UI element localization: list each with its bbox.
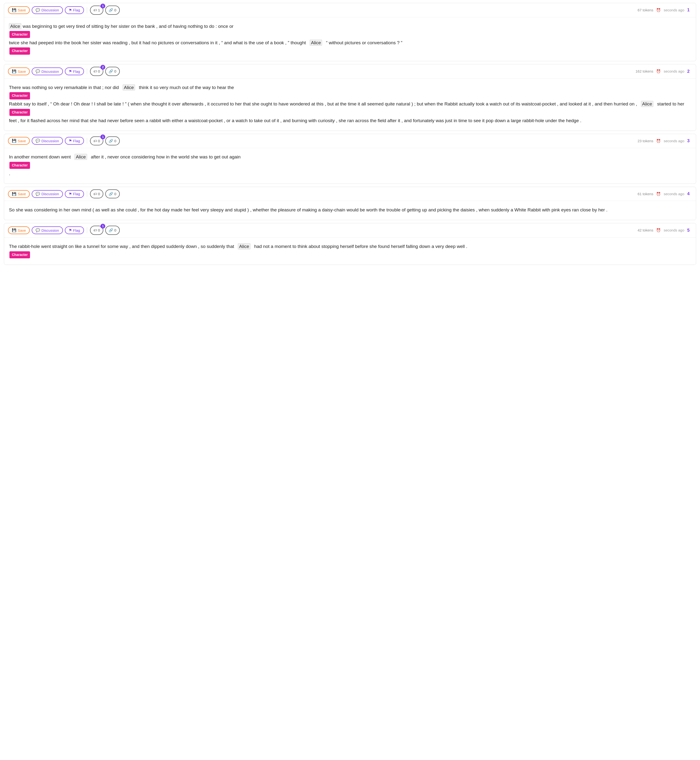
discussion-button-5[interactable]: 💬 Discussion bbox=[32, 226, 63, 234]
save-label-3: Save bbox=[18, 139, 26, 143]
segment-5: 💾 Save 💬 Discussion ⚑ Flag 🏷 0 1 🔗 0 42 … bbox=[4, 223, 696, 265]
share-button-5[interactable]: 🔗 0 bbox=[105, 226, 120, 235]
share-button-1[interactable]: 🔗 0 bbox=[105, 6, 120, 15]
content-3: In another moment down went Alice after … bbox=[4, 148, 696, 184]
save-button-3[interactable]: 💾 Save bbox=[8, 137, 30, 145]
clock-icon-5: ⏰ bbox=[656, 227, 661, 233]
share-button-2[interactable]: 🔗 0 bbox=[105, 67, 120, 76]
label-button-1[interactable]: 🏷 1 1 bbox=[90, 6, 103, 15]
label-icon-3: 🏷 bbox=[94, 138, 97, 144]
save-icon-2: 💾 bbox=[12, 69, 16, 73]
flag-label-1: Flag bbox=[73, 8, 80, 12]
divider-4 bbox=[87, 191, 87, 197]
segment-4: 💾 Save 💬 Discussion ⚑ Flag 🏷 0 🔗 0 61 to… bbox=[4, 187, 696, 220]
discussion-icon-4: 💬 bbox=[36, 192, 40, 196]
discussion-label-4: Discussion bbox=[41, 192, 59, 196]
discussion-button-4[interactable]: 💬 Discussion bbox=[32, 190, 63, 198]
segment-1: 💾 Save 💬 Discussion ⚑ Flag 🏷 1 1 🔗 0 67 … bbox=[4, 3, 696, 61]
token-count-3: 23 tokens bbox=[638, 138, 653, 144]
save-icon-5: 💾 bbox=[12, 228, 16, 233]
flag-icon-2: ⚑ bbox=[69, 69, 72, 73]
discussion-icon-2: 💬 bbox=[36, 69, 40, 73]
flag-button-4[interactable]: ⚑ Flag bbox=[65, 190, 84, 198]
toolbar-right-3: 23 tokens ⏰ seconds ago 3 bbox=[638, 137, 692, 145]
label-badge-3: 1 bbox=[100, 134, 105, 139]
save-button-5[interactable]: 💾 Save bbox=[8, 226, 30, 234]
flag-label-3: Flag bbox=[73, 139, 80, 143]
character-tag-3[interactable]: Character bbox=[9, 162, 30, 169]
word-alice-2a: Alice bbox=[123, 84, 135, 91]
save-icon-4: 💾 bbox=[12, 192, 16, 196]
save-button-1[interactable]: 💾 Save bbox=[8, 6, 30, 14]
label-button-4[interactable]: 🏷 0 bbox=[90, 189, 103, 198]
discussion-button-2[interactable]: 💬 Discussion bbox=[32, 67, 63, 75]
toolbar-right-4: 61 tokens ⏰ seconds ago 4 bbox=[638, 190, 692, 198]
label-button-2[interactable]: 🏷 0 2 bbox=[90, 67, 103, 76]
label-button-5[interactable]: 🏷 0 1 bbox=[90, 226, 103, 235]
discussion-label-5: Discussion bbox=[41, 228, 59, 233]
segment-number-1: 1 bbox=[687, 6, 692, 14]
clock-icon-2: ⏰ bbox=[656, 68, 661, 75]
divider-1 bbox=[87, 7, 87, 13]
discussion-icon-3: 💬 bbox=[36, 139, 40, 143]
character-tag-2a[interactable]: Character bbox=[9, 92, 30, 99]
flag-button-5[interactable]: ⚑ Flag bbox=[65, 226, 84, 234]
flag-label-4: Flag bbox=[73, 192, 80, 196]
share-icon-4: 🔗 bbox=[109, 191, 113, 197]
flag-button-3[interactable]: ⚑ Flag bbox=[65, 137, 84, 145]
flag-button-1[interactable]: ⚑ Flag bbox=[65, 6, 84, 14]
share-button-3[interactable]: 🔗 0 bbox=[105, 136, 120, 146]
save-icon-1: 💾 bbox=[12, 8, 16, 12]
save-label-4: Save bbox=[18, 192, 26, 196]
word-alice-5: Alice bbox=[238, 243, 250, 250]
save-icon-3: 💾 bbox=[12, 139, 16, 143]
time-5: seconds ago bbox=[664, 227, 684, 233]
character-tag-1a[interactable]: Character bbox=[9, 31, 30, 38]
save-button-4[interactable]: 💾 Save bbox=[8, 190, 30, 198]
segment-3: 💾 Save 💬 Discussion ⚑ Flag 🏷 0 1 🔗 0 23 … bbox=[4, 134, 696, 184]
flag-icon-3: ⚑ bbox=[69, 139, 72, 143]
character-tag-5[interactable]: Character bbox=[9, 251, 30, 258]
label-icon-1: 🏷 bbox=[94, 7, 97, 13]
save-button-2[interactable]: 💾 Save bbox=[8, 67, 30, 75]
share-button-4[interactable]: 🔗 0 bbox=[105, 189, 120, 198]
time-2: seconds ago bbox=[664, 68, 684, 75]
clock-icon-1: ⏰ bbox=[656, 7, 661, 13]
content-4: So she was considering in her own mind (… bbox=[4, 201, 696, 220]
character-tag-2b[interactable]: Character bbox=[9, 109, 30, 116]
toolbar-right-1: 67 tokens ⏰ seconds ago 1 bbox=[638, 6, 692, 14]
share-icon-3: 🔗 bbox=[109, 138, 113, 144]
clock-icon-4: ⏰ bbox=[656, 191, 661, 197]
label-icon-5: 🏷 bbox=[94, 227, 97, 233]
word-alice-2b: Alice bbox=[641, 101, 653, 107]
toolbar-2: 💾 Save 💬 Discussion ⚑ Flag 🏷 0 2 🔗 0 162… bbox=[4, 64, 696, 79]
token-count-2: 162 tokens bbox=[636, 68, 653, 75]
label-icon-4: 🏷 bbox=[94, 191, 97, 197]
segment-number-5: 5 bbox=[687, 227, 692, 234]
content-2: There was nothing so very remarkable in … bbox=[4, 79, 696, 131]
discussion-label-1: Discussion bbox=[41, 8, 59, 12]
character-tag-1b[interactable]: Character bbox=[9, 47, 30, 55]
discussion-icon-5: 💬 bbox=[36, 228, 40, 233]
toolbar-1: 💾 Save 💬 Discussion ⚑ Flag 🏷 1 1 🔗 0 67 … bbox=[4, 3, 696, 17]
toolbar-3: 💾 Save 💬 Discussion ⚑ Flag 🏷 0 1 🔗 0 23 … bbox=[4, 134, 696, 148]
clock-icon-3: ⏰ bbox=[656, 138, 661, 144]
discussion-button-3[interactable]: 💬 Discussion bbox=[32, 137, 63, 145]
discussion-button-1[interactable]: 💬 Discussion bbox=[32, 6, 63, 14]
flag-icon-5: ⚑ bbox=[69, 228, 72, 233]
segment-2: 💾 Save 💬 Discussion ⚑ Flag 🏷 0 2 🔗 0 162… bbox=[4, 64, 696, 131]
flag-button-2[interactable]: ⚑ Flag bbox=[65, 67, 84, 75]
flag-label-2: Flag bbox=[73, 69, 80, 73]
divider-2 bbox=[87, 69, 87, 74]
flag-icon-1: ⚑ bbox=[69, 8, 72, 12]
word-alice-3: Alice bbox=[75, 154, 87, 160]
discussion-label-3: Discussion bbox=[41, 139, 59, 143]
label-badge-2: 2 bbox=[100, 65, 105, 70]
divider-3 bbox=[87, 138, 87, 144]
time-3: seconds ago bbox=[664, 138, 684, 144]
segment-number-4: 4 bbox=[687, 190, 692, 198]
label-button-3[interactable]: 🏷 0 1 bbox=[90, 136, 103, 146]
flag-icon-4: ⚑ bbox=[69, 192, 72, 196]
flag-label-5: Flag bbox=[73, 228, 80, 233]
token-count-5: 42 tokens bbox=[638, 227, 653, 233]
